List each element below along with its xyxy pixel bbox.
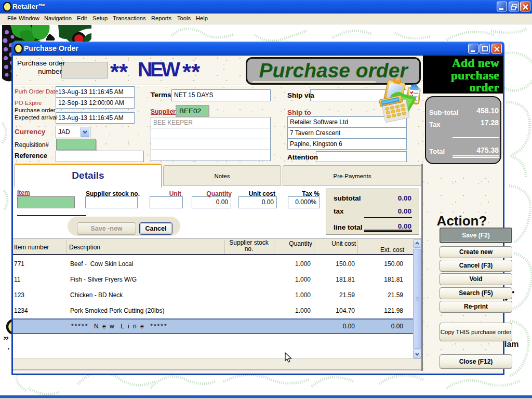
svg-text:”: ” xyxy=(3,334,9,347)
svg-text:’: ’ xyxy=(7,346,9,354)
